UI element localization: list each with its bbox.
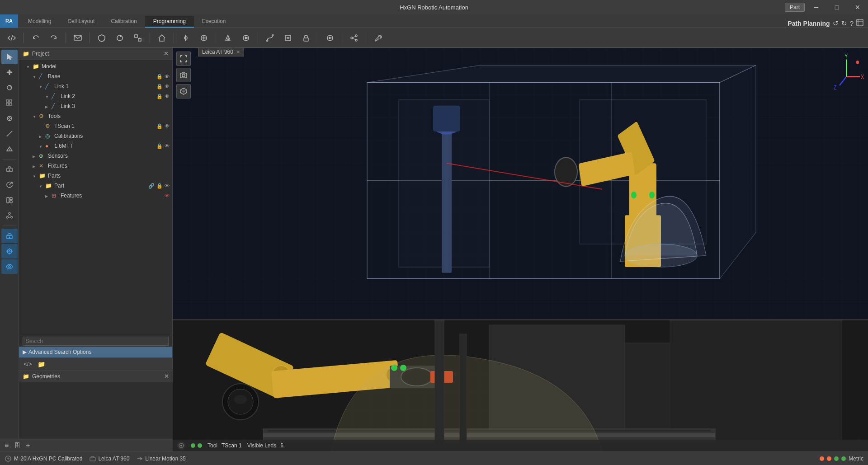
sidebar-scan-btn[interactable] (1, 244, 18, 258)
sidebar-rotate-btn[interactable] (1, 80, 18, 95)
expand-base[interactable] (33, 74, 39, 79)
tree-item-mtt[interactable]: ● 1.6MTT 🔒 👁 (19, 141, 172, 151)
settings-button[interactable] (856, 19, 863, 28)
tscan1-lock-action[interactable]: 🔒 (156, 123, 163, 129)
node-btn[interactable] (346, 31, 362, 45)
expand-link1[interactable] (39, 84, 45, 89)
expand-parts[interactable] (33, 174, 39, 178)
expand-link2[interactable] (45, 94, 52, 99)
play2-btn[interactable] (322, 31, 338, 45)
search-input[interactable] (23, 337, 169, 346)
rotate-btn[interactable] (112, 31, 128, 45)
minimize-button[interactable]: ─ (806, 0, 826, 14)
geometries-close-button[interactable]: ✕ (164, 373, 169, 380)
wrench-btn[interactable] (370, 31, 386, 45)
sidebar-more3-btn[interactable] (1, 178, 18, 192)
sidebar-tool-btn[interactable] (1, 111, 18, 126)
viewport-tab-leica[interactable]: Leica AT 960 ✕ (198, 48, 244, 56)
geo-list-btn[interactable]: ≡ (3, 441, 10, 451)
expand-model[interactable] (26, 64, 33, 69)
camera-btn[interactable] (176, 68, 191, 82)
tab-programming[interactable]: Programming (145, 16, 194, 28)
tree-item-features[interactable]: ⊞ Features 👁 (19, 191, 172, 201)
tree-item-tscan1[interactable]: ⚙ TScan 1 🔒 👁 (19, 121, 172, 131)
play-btn[interactable] (238, 31, 254, 45)
redo-button[interactable]: ↻ (841, 19, 847, 28)
folder-view-btn[interactable]: 📁 (36, 360, 47, 369)
base-eye-action[interactable]: 👁 (165, 74, 170, 80)
sidebar-lock-icon[interactable] (1, 229, 18, 243)
path-btn[interactable] (262, 31, 278, 45)
link1-eye-action[interactable]: 👁 (165, 84, 170, 89)
project-close-button[interactable]: ✕ (164, 50, 169, 57)
mtt-eye-action[interactable]: 👁 (165, 143, 170, 149)
tree-item-part[interactable]: 📁 Part 🔗 🔒 👁 (19, 181, 172, 191)
redo-toolbar-btn[interactable] (46, 31, 62, 45)
tab-calibration[interactable]: Calibration (103, 16, 145, 28)
sidebar-more4-btn[interactable] (1, 193, 18, 207)
geo-add-btn[interactable]: + (24, 441, 32, 451)
tool3-btn[interactable] (220, 31, 236, 45)
expand-tools[interactable] (33, 114, 39, 119)
expand-mtt[interactable] (39, 144, 45, 149)
tool1-btn[interactable] (178, 31, 194, 45)
part-link-action[interactable]: 🔗 (148, 183, 155, 189)
tree-item-fixtures[interactable]: ✕ Fixtures (19, 161, 172, 171)
tool4-btn[interactable] (280, 31, 296, 45)
sidebar-grid-btn[interactable] (1, 96, 18, 110)
tree-item-link3[interactable]: ╱ Link 3 (19, 101, 172, 111)
tree-item-parts[interactable]: 📁 Parts (19, 171, 172, 181)
message-btn[interactable] (70, 31, 86, 45)
sidebar-more2-btn[interactable] (1, 162, 18, 177)
sidebar-measure-btn[interactable] (1, 127, 18, 141)
part-lock-action[interactable]: 🔒 (156, 183, 163, 189)
link2-eye-action[interactable]: 👁 (165, 94, 170, 99)
code-view-btn[interactable]: </> (22, 360, 34, 368)
tab-modelling[interactable]: Modelling (20, 16, 59, 28)
expand-fixtures[interactable] (33, 164, 39, 169)
link1-lock-action[interactable]: 🔒 (156, 84, 163, 89)
base-lock-action[interactable]: 🔒 (156, 74, 163, 80)
tree-item-calibrations[interactable]: ◎ Calibrations (19, 131, 172, 141)
link2-lock-action[interactable]: 🔒 (156, 94, 163, 99)
sidebar-select-btn[interactable] (1, 50, 18, 64)
expand-sensors[interactable] (33, 154, 39, 159)
undo-toolbar-btn[interactable] (28, 31, 44, 45)
tscan1-eye-action[interactable]: 👁 (165, 123, 170, 129)
tree-item-model[interactable]: 📁 Model (19, 61, 172, 71)
expand-part[interactable] (39, 183, 45, 188)
fullscreen-btn[interactable] (176, 52, 191, 66)
shield-btn[interactable] (94, 31, 110, 45)
expand-link3[interactable] (45, 104, 52, 109)
transform-btn[interactable] (130, 31, 146, 45)
view-style-btn[interactable] (176, 84, 191, 99)
tree-item-link1[interactable]: ╱ Link 1 🔒 👁 (19, 81, 172, 91)
maximize-button[interactable]: □ (826, 0, 847, 14)
code-btn[interactable] (4, 31, 20, 45)
features-eye-action[interactable]: 👁 (165, 193, 170, 198)
expand-features[interactable] (45, 193, 52, 198)
lock-btn[interactable] (298, 31, 314, 45)
tool2-btn[interactable] (196, 31, 212, 45)
part-eye-action[interactable]: 👁 (165, 183, 170, 189)
viewport-top[interactable]: X Y Z (173, 48, 868, 320)
undo-button[interactable]: ↺ (833, 19, 839, 28)
help-button[interactable]: ? (850, 19, 854, 27)
sidebar-eye-btn[interactable] (1, 259, 18, 274)
geo-db-btn[interactable]: 🗄 (12, 441, 22, 450)
sidebar-more1-btn[interactable] (1, 142, 18, 156)
mtt-lock-action[interactable]: 🔒 (156, 143, 163, 149)
advanced-search-btn[interactable]: ▶ Advanced Search Options (19, 347, 172, 357)
tab-cell-layout[interactable]: Cell Layout (59, 16, 103, 28)
tree-item-sensors[interactable]: ⊕ Sensors (19, 151, 172, 161)
tab-execution[interactable]: Execution (194, 16, 234, 28)
sidebar-move-btn[interactable] (1, 65, 18, 80)
tree-item-link2[interactable]: ╱ Link 2 🔒 👁 (19, 91, 172, 101)
home-btn[interactable] (154, 31, 170, 45)
tree-item-tools[interactable]: ⚙ Tools (19, 111, 172, 121)
expand-calibrations[interactable] (39, 134, 45, 139)
viewport-tab-close[interactable]: ✕ (236, 49, 240, 55)
tree-item-base[interactable]: ╱ Base 🔒 👁 (19, 71, 172, 81)
viewport-bottom[interactable]: Tool TScan 1 Visible Leds 6 (173, 320, 868, 451)
sidebar-more5-btn[interactable] (1, 208, 18, 223)
